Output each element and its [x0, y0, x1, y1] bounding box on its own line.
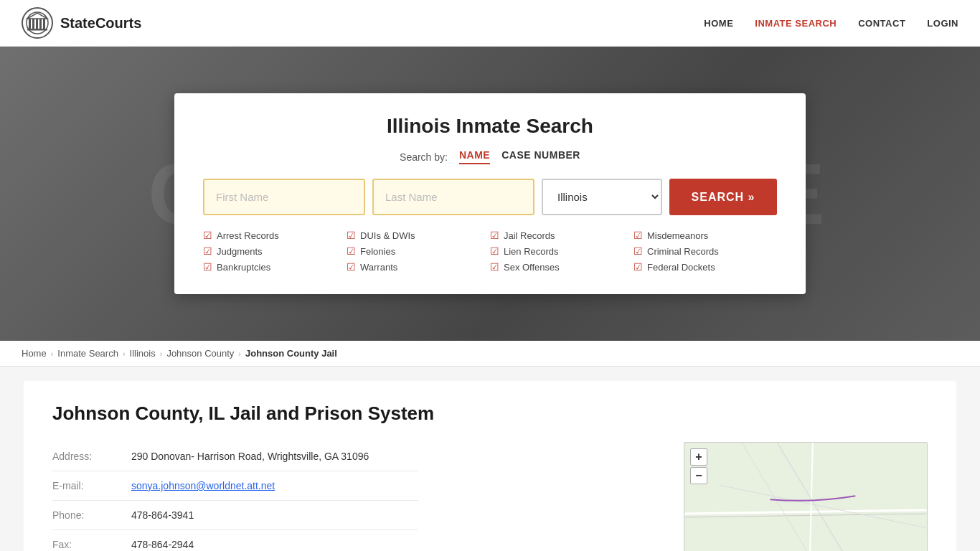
map-container: + − [684, 442, 928, 551]
info-row: Fax:478-864-2944 [52, 530, 418, 551]
search-card: Illinois Inmate Search Search by: NAME C… [174, 93, 806, 294]
record-item: ☑Misdemeanors [633, 230, 777, 241]
record-item: ☑Criminal Records [633, 245, 777, 257]
svg-rect-8 [27, 29, 47, 31]
record-label: Arrest Records [217, 230, 279, 241]
record-item: ☑Federal Dockets [633, 261, 777, 273]
logo-icon [22, 7, 53, 39]
nav-login[interactable]: LOGIN [927, 18, 958, 29]
info-value: 478-864-3941 [131, 509, 194, 521]
content-title: Johnson County, IL Jail and Prison Syste… [52, 402, 928, 425]
breadcrumb-current: Johnson County Jail [245, 348, 337, 359]
record-item: ☑Bankruptcies [203, 261, 347, 273]
breadcrumb-sep-4: › [238, 349, 241, 358]
email-link[interactable]: sonya.johnson@worldnet.att.net [131, 480, 275, 491]
info-value: 290 Donovan- Harrison Road, Wrightsville… [131, 451, 369, 462]
record-item: ☑Sex Offenses [490, 261, 633, 273]
info-row: Address:290 Donovan- Harrison Road, Wrig… [52, 442, 418, 471]
record-item: ☑Jail Records [490, 230, 633, 241]
svg-rect-4 [36, 19, 38, 29]
record-item: ☑DUIs & DWIs [347, 230, 490, 241]
breadcrumb-home[interactable]: Home [22, 348, 47, 359]
record-label: Federal Dockets [647, 262, 715, 273]
record-item: ☑Felonies [347, 245, 490, 257]
breadcrumb-sep-3: › [160, 349, 163, 358]
record-label: DUIs & DWIs [360, 230, 415, 241]
check-icon: ☑ [347, 245, 356, 257]
content-card: Johnson County, IL Jail and Prison Syste… [24, 381, 956, 551]
record-label: Criminal Records [647, 246, 719, 257]
map-zoom-out-button[interactable]: − [690, 467, 707, 484]
breadcrumb-sep-2: › [123, 349, 126, 358]
search-by-label: Search by: [400, 151, 448, 163]
svg-rect-6 [43, 19, 45, 29]
check-icon: ☑ [347, 261, 356, 273]
check-icon: ☑ [203, 245, 212, 257]
info-label: E-mail: [52, 480, 117, 491]
record-item: ☑Warrants [347, 261, 490, 273]
search-button[interactable]: SEARCH » [669, 179, 777, 215]
tab-name[interactable]: NAME [459, 149, 490, 164]
main-nav: HOME INMATE SEARCH CONTACT LOGIN [704, 18, 958, 29]
nav-inmate-search[interactable]: INMATE SEARCH [755, 18, 837, 29]
logo-link[interactable]: StateCourts [22, 7, 141, 39]
breadcrumb-illinois[interactable]: Illinois [130, 348, 156, 359]
info-row: E-mail:sonya.johnson@worldnet.att.net [52, 471, 418, 501]
check-icon: ☑ [203, 230, 212, 241]
svg-rect-2 [29, 19, 31, 29]
main-content: Johnson County, IL Jail and Prison Syste… [0, 367, 980, 551]
record-label: Judgments [217, 246, 263, 257]
map-section: + − [684, 442, 928, 551]
tab-case-number[interactable]: CASE NUMBER [501, 149, 580, 164]
search-card-title: Illinois Inmate Search [203, 115, 777, 138]
hero-section: COURTHOUSE Illinois Inmate Search Search… [0, 47, 980, 341]
info-section: Address:290 Donovan- Harrison Road, Wrig… [52, 442, 662, 551]
record-label: Jail Records [504, 230, 555, 241]
svg-rect-3 [32, 19, 34, 29]
content-body: Address:290 Donovan- Harrison Road, Wrig… [52, 442, 928, 551]
record-label: Lien Records [504, 246, 559, 257]
svg-rect-5 [39, 19, 42, 29]
state-select[interactable]: Illinois Alabama Alaska Arizona Californ… [542, 179, 662, 215]
records-grid: ☑Arrest Records☑DUIs & DWIs☑Jail Records… [203, 230, 777, 273]
logo-text: StateCourts [60, 15, 141, 32]
check-icon: ☑ [490, 261, 499, 273]
record-label: Sex Offenses [504, 262, 560, 273]
record-label: Misdemeanors [647, 230, 708, 241]
svg-marker-7 [27, 13, 47, 19]
svg-rect-9 [685, 443, 927, 551]
check-icon: ☑ [203, 261, 212, 273]
record-label: Felonies [360, 246, 395, 257]
last-name-input[interactable] [372, 179, 534, 215]
check-icon: ☑ [633, 261, 643, 273]
record-item: ☑Arrest Records [203, 230, 347, 241]
check-icon: ☑ [347, 230, 356, 241]
breadcrumb-johnson-county[interactable]: Johnson County [166, 348, 234, 359]
info-label: Fax: [52, 539, 117, 550]
info-label: Address: [52, 451, 117, 462]
search-by-row: Search by: NAME CASE NUMBER [203, 149, 777, 164]
info-value: 478-864-2944 [131, 539, 194, 550]
check-icon: ☑ [633, 245, 643, 257]
info-table: Address:290 Donovan- Harrison Road, Wrig… [52, 442, 418, 551]
record-label: Bankruptcies [217, 262, 270, 273]
first-name-input[interactable] [203, 179, 365, 215]
map-svg [684, 443, 927, 551]
record-label: Warrants [360, 262, 397, 273]
check-icon: ☑ [490, 245, 499, 257]
nav-contact[interactable]: CONTACT [858, 18, 905, 29]
header: StateCourts HOME INMATE SEARCH CONTACT L… [0, 0, 980, 47]
info-row: Phone:478-864-3941 [52, 501, 418, 530]
record-item: ☑Judgments [203, 245, 347, 257]
check-icon: ☑ [490, 230, 499, 241]
record-item: ☑Lien Records [490, 245, 633, 257]
info-label: Phone: [52, 509, 117, 521]
search-fields-row: Illinois Alabama Alaska Arizona Californ… [203, 179, 777, 215]
nav-home[interactable]: HOME [704, 18, 733, 29]
check-icon: ☑ [633, 230, 643, 241]
breadcrumb-inmate-search[interactable]: Inmate Search [57, 348, 118, 359]
breadcrumb-sep-1: › [51, 349, 54, 358]
map-zoom-in-button[interactable]: + [690, 448, 707, 466]
breadcrumb: Home › Inmate Search › Illinois › Johnso… [0, 341, 980, 367]
